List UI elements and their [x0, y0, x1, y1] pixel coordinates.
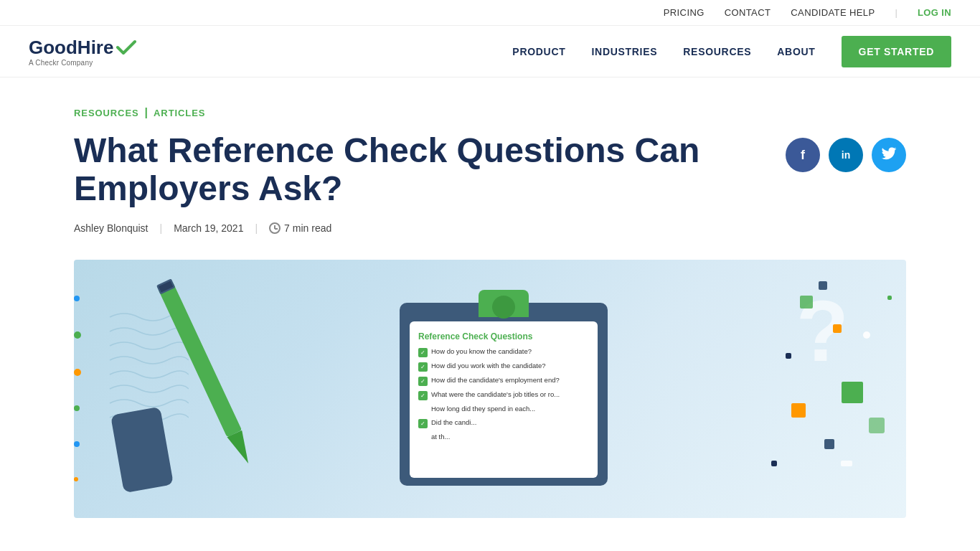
read-time: 7 min read	[269, 222, 331, 234]
dot-2	[74, 331, 81, 339]
dot-1	[74, 296, 80, 301]
logo-subtitle: A Checkr Company	[29, 59, 136, 67]
pricing-link[interactable]: PRICING	[664, 7, 705, 18]
meta-divider: |	[160, 222, 163, 234]
clipboard-item-4: What were the candidate's job titles or …	[431, 390, 560, 398]
twitter-share-button[interactable]	[872, 138, 906, 172]
logo-text: GoodHire	[29, 37, 136, 59]
article-header: What Reference Check Questions Can Emplo…	[74, 132, 906, 254]
dot-3	[74, 369, 81, 376]
nav-divider: |	[895, 7, 897, 18]
top-utility-bar: PRICING CONTACT CANDIDATE HELP | LOG IN	[0, 0, 980, 26]
nav-about[interactable]: ABOUT	[777, 46, 815, 57]
logo-icon	[116, 39, 136, 55]
decorative-squares	[763, 260, 906, 518]
article-title: What Reference Check Questions Can Emplo…	[74, 132, 705, 208]
dot-4	[74, 405, 80, 411]
nav-links: PRODUCT INDUSTRIES RESOURCES ABOUT GET S…	[512, 36, 951, 67]
nav-resources[interactable]: RESOURCES	[683, 46, 751, 57]
contact-link[interactable]: CONTACT	[725, 7, 771, 18]
breadcrumb-articles[interactable]: ARTICLES	[154, 108, 205, 118]
dot-6	[74, 477, 78, 481]
clipboard-item-1: How do you know the candidate?	[431, 347, 532, 355]
clipboard-title: Reference Check Questions	[418, 331, 589, 342]
meta-divider-2: |	[255, 222, 258, 234]
candidate-help-link[interactable]: CANDIDATE HELP	[791, 7, 875, 18]
svg-rect-0	[158, 281, 242, 437]
breadcrumb-resources[interactable]: RESOURCES	[74, 108, 139, 118]
linkedin-icon: in	[842, 149, 850, 161]
clipboard-illustration: Reference Check Questions ✓ How do you k…	[400, 288, 615, 489]
article-author: Ashley Blonquist	[74, 222, 149, 234]
breadcrumb-separator: |	[145, 106, 148, 119]
clipboard-item-7: at th...	[431, 433, 450, 441]
login-link[interactable]: LOG IN	[918, 7, 951, 18]
decorative-dots	[74, 260, 95, 518]
dot-5	[74, 441, 80, 447]
linkedin-share-button[interactable]: in	[829, 138, 863, 172]
logo[interactable]: GoodHire A Checkr Company	[29, 37, 136, 67]
get-started-button[interactable]: GET STARTED	[842, 36, 951, 67]
svg-marker-1	[227, 430, 255, 466]
breadcrumb: RESOURCES | ARTICLES	[74, 106, 906, 119]
hero-image: Reference Check Questions ✓ How do you k…	[74, 260, 906, 518]
clock-icon	[269, 222, 281, 234]
article-date: March 19, 2021	[174, 222, 243, 234]
facebook-share-button[interactable]: f	[786, 138, 820, 172]
clipboard-item-2: How did you work with the candidate?	[431, 362, 545, 369]
nav-product[interactable]: PRODUCT	[512, 46, 565, 57]
clipboard-item-6: Did the candi...	[431, 418, 476, 426]
twitter-icon	[881, 147, 897, 164]
main-navigation: GoodHire A Checkr Company PRODUCT INDUST…	[0, 26, 980, 77]
social-share: f in	[786, 138, 906, 172]
article-meta: Ashley Blonquist | March 19, 2021 | 7 mi…	[74, 222, 705, 234]
clipboard-item-5: How long did they spend in each...	[431, 405, 535, 413]
clipboard-item-3: How did the candidate's employment end?	[431, 376, 560, 384]
read-time-text: 7 min read	[284, 222, 331, 234]
page-content: RESOURCES | ARTICLES What Reference Chec…	[45, 77, 935, 518]
nav-industries[interactable]: INDUSTRIES	[591, 46, 657, 57]
article-title-area: What Reference Check Questions Can Emplo…	[74, 132, 705, 254]
facebook-icon: f	[801, 148, 805, 163]
